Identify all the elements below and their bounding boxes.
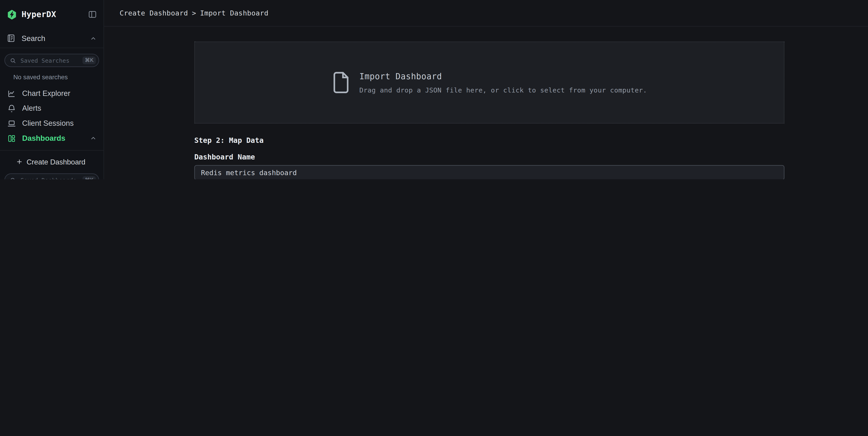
sidebar-divider <box>0 48 103 48</box>
json-dropzone[interactable]: Import Dashboard Drag and drop a JSON fi… <box>194 41 784 123</box>
breadcrumb-import-dashboard[interactable]: Import Dashboard <box>200 9 269 17</box>
journal-search-icon <box>7 34 16 42</box>
saved-dashboards-search[interactable]: ⌘K <box>4 173 99 179</box>
sidebar-divider <box>0 150 103 151</box>
sidebar-item-client-sessions[interactable]: Client Sessions <box>0 116 103 131</box>
main-area: Create Dashboard>Import Dashboard Import… <box>104 0 868 179</box>
dashboard-layout-icon <box>7 134 16 143</box>
search-icon <box>10 177 16 179</box>
bell-icon <box>7 104 16 113</box>
chevron-up-icon <box>90 35 97 42</box>
sidebar-section-search[interactable]: Search <box>0 29 103 48</box>
file-icon <box>332 71 350 94</box>
sidebar-item-chart-explorer[interactable]: Chart Explorer <box>0 86 103 101</box>
chevron-up-icon <box>90 135 97 142</box>
step-label: Step 2: Map Data <box>194 136 784 144</box>
create-dashboard-button[interactable]: Create Dashboard <box>16 156 103 168</box>
topbar: Create Dashboard>Import Dashboard <box>104 0 868 27</box>
plus-icon <box>16 158 23 165</box>
saved-searches-search[interactable]: ⌘K <box>4 54 99 67</box>
search-section-label: Search <box>22 34 84 42</box>
sidebar-item-alerts[interactable]: Alerts <box>0 101 103 116</box>
laptop-icon <box>7 119 16 128</box>
import-panel: Import Dashboard Drag and drop a JSON fi… <box>194 41 784 179</box>
sidebar-nav: Chart Explorer Alerts Client Sessions Da… <box>0 86 103 146</box>
sidebar-item-dashboards[interactable]: Dashboards <box>0 131 103 146</box>
dropzone-subtitle: Drag and drop a JSON file here, or click… <box>359 86 647 94</box>
saved-dashboards-input[interactable] <box>19 176 79 179</box>
hyperdx-logo-icon[interactable] <box>7 9 17 20</box>
app-window: HyperDX Search ⌘K No saved searches <box>0 0 868 179</box>
shortcut-badge: ⌘K <box>83 57 96 64</box>
saved-searches-input[interactable] <box>19 57 79 64</box>
nav-label: Client Sessions <box>22 119 97 127</box>
nav-label: Dashboards <box>22 134 84 142</box>
sidebar: HyperDX Search ⌘K No saved searches <box>0 0 104 179</box>
brand-title[interactable]: HyperDX <box>22 10 84 19</box>
breadcrumb: Create Dashboard>Import Dashboard <box>120 9 268 17</box>
chart-line-icon <box>7 89 16 98</box>
nav-label: Chart Explorer <box>22 89 97 97</box>
shortcut-badge: ⌘K <box>83 176 96 179</box>
breadcrumb-separator: > <box>192 9 196 17</box>
dropzone-title: Import Dashboard <box>359 71 647 81</box>
dashboard-name-input[interactable] <box>194 165 784 179</box>
collapse-sidebar-icon[interactable] <box>88 10 97 19</box>
create-dashboard-label: Create Dashboard <box>27 157 85 166</box>
no-saved-searches-text: No saved searches <box>13 74 103 80</box>
breadcrumb-create-dashboard[interactable]: Create Dashboard <box>120 9 188 17</box>
dashboard-name-label: Dashboard Name <box>194 153 784 161</box>
search-icon <box>10 57 16 63</box>
nav-label: Alerts <box>22 104 97 112</box>
